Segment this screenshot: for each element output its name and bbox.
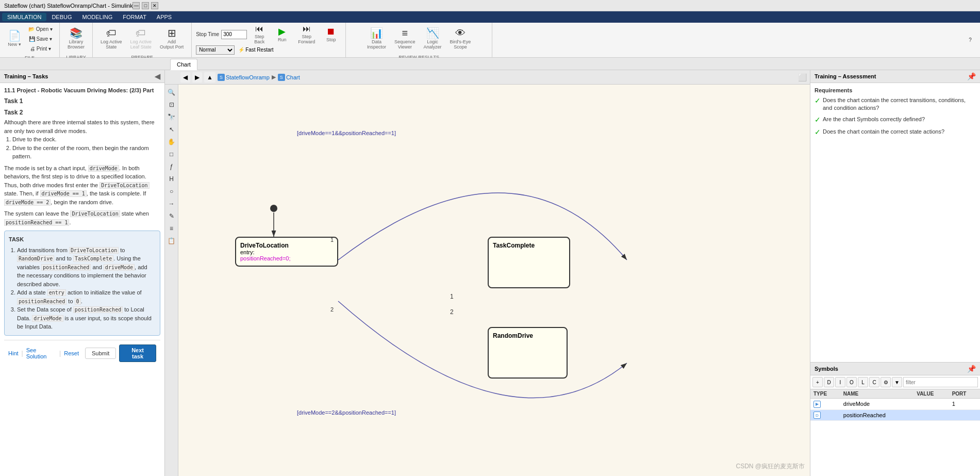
sym-name-0: driveMode <box>840 399 913 410</box>
watermark: CSDN @疯狂的麦克斯市 <box>736 462 805 471</box>
logic-analyzer-button[interactable]: 📉 LogicAnalyzer <box>420 25 445 53</box>
data-inspector-button[interactable]: 📊 DataInspector <box>363 25 390 53</box>
stop-icon: ⏹ <box>326 27 336 36</box>
menu-simulation[interactable]: SIMULATION <box>2 13 46 21</box>
select-tool[interactable]: ↖ <box>166 124 177 135</box>
left-panel-header: Training – Tasks ◀ <box>0 70 164 83</box>
menu-debug[interactable]: DEBUG <box>46 13 77 21</box>
submit-button[interactable]: Submit <box>85 348 116 359</box>
add-output-port-icon: ⊞ <box>168 28 176 38</box>
stop-time-input[interactable] <box>221 30 247 39</box>
req-text-3: Does the chart contain the correct state… <box>823 128 944 136</box>
symbols-title: Symbols <box>815 366 838 372</box>
transition-tool[interactable]: → <box>166 198 177 209</box>
save-button[interactable]: 💾 Save ▾ <box>26 35 55 43</box>
next-task-button[interactable]: Next task <box>119 344 156 362</box>
reset-link[interactable]: Reset <box>64 350 79 356</box>
right-panel: Training – Assessment 📌 Requirements ✓ D… <box>810 70 980 476</box>
chart-data-tool[interactable]: 📋 <box>166 235 177 247</box>
canvas-nav-bar: ◀ ▶ ▲ S StateflowOnramp ▶ S Chart ⬜ <box>165 70 810 85</box>
requirements-title: Requirements <box>815 87 976 93</box>
drive-to-location-state[interactable]: DriveToLocation entry: positionReached=0… <box>235 237 338 267</box>
symbol-row-driveMode[interactable]: ▶ driveMode 1 <box>810 399 980 410</box>
stop-button[interactable]: ⏹ Stop <box>321 25 341 44</box>
transition-label-1: [driveMode==1&&positionReached==1] <box>297 130 396 136</box>
run-icon: ▶ <box>278 27 286 36</box>
col-value: VALUE <box>913 389 949 399</box>
sym-settings-button[interactable]: ⚙ <box>881 377 891 387</box>
minimize-button[interactable]: — <box>132 2 140 9</box>
task-box-header: TASK <box>9 235 156 244</box>
sym-output-button[interactable]: O <box>846 377 857 387</box>
breadcrumb-chart[interactable]: S Chart <box>278 74 300 81</box>
task-box: TASK Add transitions from DriveToLocatio… <box>4 231 160 336</box>
nav-back-button[interactable]: ◀ <box>180 72 190 83</box>
run-button[interactable]: ▶ Run <box>272 25 292 44</box>
canvas-maximize-button[interactable]: ⬜ <box>797 72 808 83</box>
symbols-header: Symbols 📌 <box>810 363 980 375</box>
project-label: 11.1 Project - Robotic Vacuum Driving Mo… <box>4 87 160 93</box>
chart-tab[interactable]: Chart <box>170 59 197 70</box>
sym-local-button[interactable]: L <box>858 377 868 387</box>
fast-restart-button[interactable]: ⚡ Fast Restart <box>236 45 276 54</box>
data-tool[interactable]: ≡ <box>166 223 177 234</box>
zoom-in-tool[interactable]: 🔍 <box>166 87 177 98</box>
open-button[interactable]: 📂 Open ▾ <box>26 25 55 34</box>
function-tool[interactable]: ƒ <box>166 161 177 172</box>
canvas-toolbar: 🔍 ⊡ 🔭 ↖ ✋ □ ƒ H ○ → ✎ ≡ 📋 <box>165 85 178 476</box>
help-button[interactable]: ? <box>962 36 978 44</box>
symbols-filter-input[interactable] <box>903 377 978 387</box>
log-active-leaf-button[interactable]: 🏷 Log ActiveLeaf State <box>127 25 156 53</box>
col-name: NAME <box>840 389 913 399</box>
hint-link[interactable]: Hint <box>8 350 19 356</box>
drive-to-location-name: DriveToLocation <box>240 242 333 249</box>
menu-format[interactable]: FORMAT <box>118 13 152 21</box>
task-complete-state[interactable]: TaskComplete <box>488 237 570 288</box>
zoom-fit-tool[interactable]: ⊡ <box>166 99 177 110</box>
maximize-button[interactable]: □ <box>142 2 149 9</box>
menu-modeling[interactable]: MODELING <box>77 13 118 21</box>
sym-add-button[interactable]: + <box>812 377 823 387</box>
zoom-out-tool[interactable]: 🔭 <box>166 111 177 123</box>
symbols-pin[interactable]: 📌 <box>967 365 976 373</box>
right-panel-pin[interactable]: 📌 <box>967 72 976 80</box>
log-active-state-button[interactable]: 🏷 Log ActiveState <box>97 25 126 53</box>
left-panel-collapse[interactable]: ◀ <box>155 72 160 80</box>
library-browser-button[interactable]: 📚 LibraryBrowser <box>64 25 88 53</box>
toolbar: 📄 New ▾ 📂 Open ▾ 💾 Save ▾ 🖨 Print ▾ FILE… <box>0 23 980 58</box>
nav-forward-button[interactable]: ▶ <box>192 72 202 83</box>
pan-tool[interactable]: ✋ <box>166 136 177 147</box>
menu-apps[interactable]: APPS <box>152 13 177 21</box>
log-active-leaf-icon: 🏷 <box>136 28 146 38</box>
breadcrumb-stateflow[interactable]: S StateflowOnramp <box>218 74 270 81</box>
sym-const-button[interactable]: C <box>869 377 879 387</box>
nav-up-button[interactable]: ▲ <box>204 72 215 83</box>
log-active-state-icon: 🏷 <box>106 28 117 38</box>
simulate-group: Stop Time ⏮ StepBack ▶ Run ⏭ StepForward… <box>194 23 346 58</box>
title-bar-title: Stateflow (chart) StateflowOnramp/Chart … <box>4 3 132 9</box>
see-solution-link[interactable]: See Solution <box>26 347 56 359</box>
symbol-row-positionReached[interactable]: D positionReached <box>810 409 980 421</box>
sym-port-1 <box>949 409 980 421</box>
sym-input-button[interactable]: I <box>835 377 845 387</box>
col-port: PORT <box>949 389 980 399</box>
step-back-button[interactable]: ⏮ StepBack <box>249 25 270 44</box>
note-tool[interactable]: ✎ <box>166 210 177 222</box>
step-forward-button[interactable]: ⏭ StepForward <box>294 25 319 44</box>
symbols-table: TYPE NAME VALUE PORT ▶ driveMode 1 D <box>810 389 980 421</box>
sym-data-button[interactable]: D <box>824 377 834 387</box>
state-tool[interactable]: □ <box>166 149 177 160</box>
new-button[interactable]: 📄 New ▾ <box>4 25 25 53</box>
req-item-1: ✓ Does the chart contain the correct tra… <box>815 96 976 112</box>
history-tool[interactable]: H <box>166 173 177 185</box>
random-drive-state[interactable]: RandomDrive <box>488 327 568 379</box>
sym-type-0: ▶ <box>810 399 840 410</box>
birds-eye-scope-button[interactable]: 👁 Bird's-EyeScope <box>446 25 475 53</box>
add-output-port-button[interactable]: ⊞ AddOutput Port <box>156 25 187 53</box>
diagram-canvas[interactable]: 1 2 DriveToLocation entry: positionReach… <box>178 85 810 476</box>
close-button[interactable]: ✕ <box>151 2 158 9</box>
simulation-mode-select[interactable]: Normal Accelerator <box>196 45 235 55</box>
print-button[interactable]: 🖨 Print ▾ <box>26 44 55 53</box>
junction-tool[interactable]: ○ <box>166 186 177 197</box>
sequence-viewer-button[interactable]: ≡ SequenceViewer <box>391 25 419 53</box>
